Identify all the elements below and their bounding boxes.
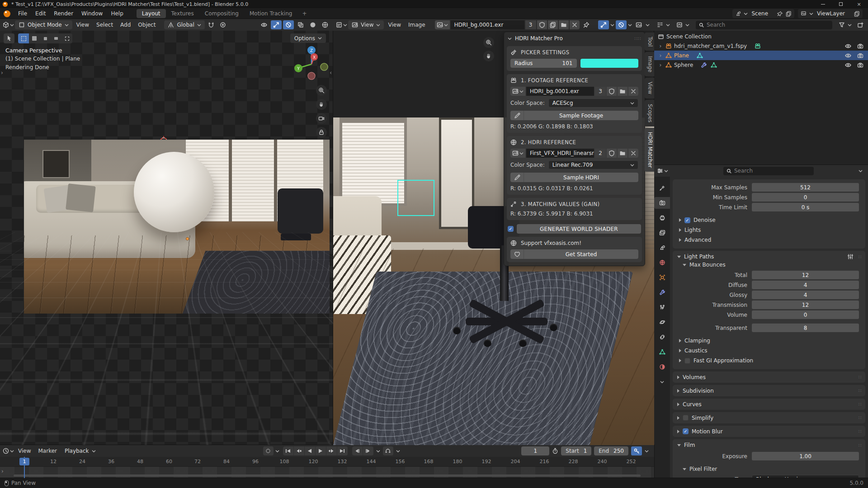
jump-to-end-button[interactable] (337, 446, 348, 455)
camera-render-view[interactable] (24, 140, 330, 314)
outliner-search-input[interactable] (707, 22, 829, 28)
radius-field[interactable]: Radius 101 (510, 59, 577, 68)
footage-colorspace-dropdown[interactable]: ACEScg (548, 99, 638, 108)
generate-world-shader-checkbox[interactable]: ✓ (508, 226, 514, 232)
lights-section[interactable]: Lights (673, 225, 865, 235)
scene-selector[interactable]: Scene (732, 9, 794, 18)
picker-color-swatch[interactable] (580, 59, 639, 68)
timeline-tracks[interactable]: › (0, 467, 654, 478)
sample-footage-button[interactable]: Sample Footage (510, 111, 638, 120)
outliner-row-camera[interactable]: › hdri_matcher_cam_v1.fspy (654, 41, 868, 51)
outliner-row-scene-collection[interactable]: Scene Collection (654, 32, 868, 41)
expand-arrow-icon[interactable]: › (658, 52, 663, 59)
viewport-menu-object[interactable]: Object (135, 22, 159, 28)
expand-arrow-icon[interactable]: › (658, 43, 663, 49)
keying-set-button[interactable] (631, 446, 642, 455)
tab-modifier-properties[interactable] (654, 286, 670, 298)
browse-hdri-button[interactable] (510, 149, 525, 158)
options-dropdown[interactable]: Options (290, 33, 326, 43)
editor-type-image-icon[interactable] (336, 22, 342, 28)
menu-file[interactable]: File (14, 8, 31, 19)
tabs-scroll-more-icon[interactable] (654, 376, 670, 388)
unlink-image-icon[interactable] (570, 20, 580, 29)
jump-to-next-keyframe-button[interactable] (326, 446, 337, 455)
glossy-bounces-field[interactable]: 4 (752, 291, 859, 299)
workspace-tab-textures[interactable]: Textures (166, 9, 199, 18)
hide-eye-icon[interactable] (845, 43, 851, 49)
snap-magnet-icon[interactable] (206, 20, 217, 29)
caustics-section[interactable]: Caustics (673, 346, 865, 356)
timeline-menu-view[interactable]: View (15, 448, 34, 454)
pin-icon[interactable] (777, 11, 783, 17)
zoom-button[interactable] (483, 37, 494, 48)
select-intersect-tool[interactable] (61, 33, 72, 43)
viewport-3d[interactable]: Object Mode View Select Add Object Globa… (0, 19, 333, 445)
shading-rendered-icon[interactable] (320, 20, 330, 29)
hdri-users-count[interactable]: 2 (595, 149, 606, 158)
workspace-tab-motion-tracking[interactable]: Motion Tracking (244, 9, 297, 18)
filter-funnel-icon[interactable] (839, 22, 845, 28)
properties-search[interactable] (723, 167, 814, 175)
image-menu-image[interactable]: Image (405, 22, 429, 28)
editor-type-3d-icon[interactable] (3, 22, 9, 28)
panel-drag-handle[interactable]: ∷ (859, 402, 862, 407)
properties-search-input[interactable] (734, 168, 811, 174)
timeline-menu-playback[interactable]: Playback (61, 446, 99, 455)
get-started-button[interactable]: Get Started (510, 249, 638, 259)
panel-drag-handle[interactable]: ∷ (859, 388, 862, 393)
play-button[interactable] (316, 446, 326, 455)
panel-drag-handle[interactable]: ∷ (859, 415, 862, 420)
image-editor[interactable]: View View Image HDRI_bg.0001.exr 3 (333, 19, 654, 445)
footage-users-count[interactable]: 3 (595, 87, 606, 96)
tab-viewlayer-properties[interactable] (654, 227, 670, 239)
timeline-scrollbar[interactable] (14, 474, 641, 477)
loop-playback-button[interactable] (383, 446, 393, 455)
collapse-panel-icon[interactable] (508, 37, 512, 40)
pan-hand-button[interactable] (483, 51, 494, 61)
maximize-button[interactable] (832, 0, 850, 8)
next-frame-button[interactable] (363, 446, 373, 455)
chevron-down-icon[interactable] (376, 450, 380, 453)
image-menu-view[interactable]: View (385, 22, 404, 28)
menu-render[interactable]: Render (50, 8, 77, 19)
hdri-colorspace-dropdown[interactable]: Linear Rec.709 (548, 160, 638, 169)
timeline-menu-marker[interactable]: Marker (35, 448, 60, 454)
footage-file-field[interactable]: HDRI_bg.0001.exr (526, 87, 594, 96)
tab-scopes[interactable]: Scopes (645, 100, 654, 127)
viewlayer-selector[interactable]: ViewLayer (798, 9, 863, 18)
disable-render-icon[interactable] (857, 62, 863, 68)
toolbar-expand-icon[interactable]: › (1, 70, 3, 76)
tab-data-properties[interactable] (654, 346, 670, 358)
active-tool-select-icon[interactable] (4, 33, 14, 43)
tab-object-properties[interactable] (654, 272, 670, 283)
tab-hdri-matcher[interactable]: HDRI Matcher (645, 128, 654, 172)
channel-expand-icon[interactable]: › (1, 468, 4, 474)
tab-render-properties[interactable] (654, 197, 670, 209)
play-reverse-button[interactable] (305, 446, 315, 455)
zoom-button[interactable] (316, 85, 327, 96)
film-header[interactable]: Film ∷ (673, 442, 865, 448)
viewport-menu-select[interactable]: Select (93, 22, 116, 28)
start-frame-field[interactable]: Start 1 (561, 446, 591, 455)
exposure-field[interactable]: 1.00 (752, 452, 859, 460)
navigation-gizmo[interactable]: Z X Y (293, 44, 330, 86)
volumes-panel[interactable]: Volumes∷ (673, 371, 865, 383)
display-channels-icon[interactable] (633, 20, 644, 29)
jump-to-prev-keyframe-button[interactable] (294, 446, 304, 455)
chevron-down-icon[interactable] (645, 450, 649, 453)
diffuse-bounces-field[interactable]: 4 (752, 281, 859, 289)
fake-user-shield-icon[interactable] (537, 20, 547, 29)
tab-material-properties[interactable] (654, 361, 670, 373)
timeline-ruler[interactable]: 1 12 24 36 48 60 72 84 96 108 120 132 14… (0, 457, 654, 467)
close-button[interactable]: × (850, 0, 868, 8)
image-overlays-toggle[interactable] (616, 20, 627, 29)
panel-drag-handle[interactable]: ∷ (859, 429, 862, 434)
select-new-tool[interactable] (29, 33, 40, 43)
lock-view-button[interactable] (316, 127, 327, 138)
editor-type-properties-icon[interactable] (657, 168, 663, 174)
xray-toggle[interactable] (295, 20, 306, 29)
generate-world-shader-button[interactable]: GENERATE WORLD SHADER (517, 224, 641, 234)
disable-render-icon[interactable] (857, 43, 863, 49)
pin-image-icon[interactable] (583, 22, 590, 28)
denoise-checkbox[interactable]: ✓ (684, 217, 690, 223)
